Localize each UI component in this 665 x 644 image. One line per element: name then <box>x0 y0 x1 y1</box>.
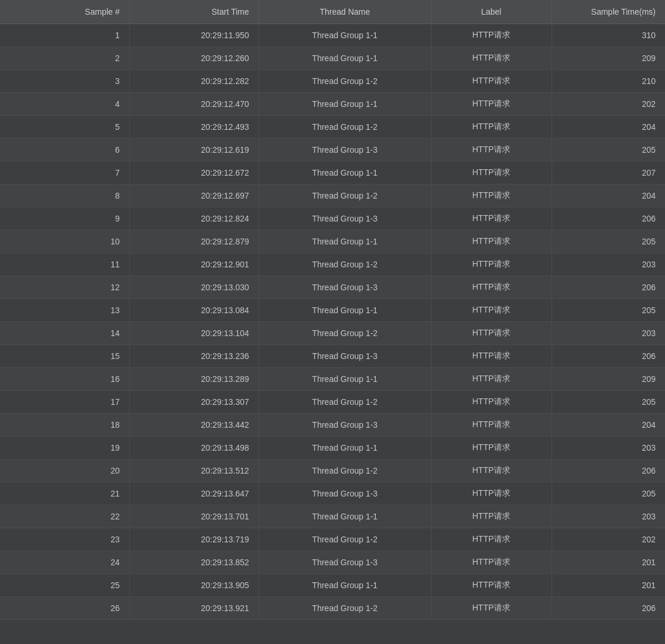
cell-thread-name: Thread Group 1-2 <box>259 459 431 482</box>
cell-thread-name: Thread Group 1-1 <box>259 574 431 597</box>
cell-sample: 25 <box>0 574 129 597</box>
cell-thread-name: Thread Group 1-2 <box>259 391 431 414</box>
cell-thread-name: Thread Group 1-1 <box>259 162 431 185</box>
cell-thread-name: Thread Group 1-2 <box>259 528 431 551</box>
cell-sample-time: 201 <box>552 574 665 597</box>
cell-thread-name: Thread Group 1-1 <box>259 93 431 116</box>
table-row: 720:29:12.672Thread Group 1-1HTTP请求207 <box>0 162 665 185</box>
table-row: 120:29:11.950Thread Group 1-1HTTP请求310 <box>0 24 665 47</box>
cell-start-time: 20:29:12.282 <box>129 70 259 93</box>
cell-start-time: 20:29:12.260 <box>129 47 259 70</box>
cell-start-time: 20:29:13.030 <box>129 276 259 299</box>
cell-thread-name: Thread Group 1-2 <box>259 116 431 139</box>
cell-sample: 12 <box>0 276 129 299</box>
cell-sample-time: 205 <box>552 391 665 414</box>
cell-thread-name: Thread Group 1-2 <box>259 322 431 345</box>
cell-sample: 21 <box>0 482 129 505</box>
table-row: 2620:29:13.921Thread Group 1-2HTTP请求206 <box>0 597 665 620</box>
cell-sample-time: 205 <box>552 230 665 253</box>
table-row: 420:29:12.470Thread Group 1-1HTTP请求202 <box>0 93 665 116</box>
table-row: 1020:29:12.879Thread Group 1-1HTTP请求205 <box>0 230 665 253</box>
cell-thread-name: Thread Group 1-2 <box>259 185 431 207</box>
cell-start-time: 20:29:13.104 <box>129 322 259 345</box>
cell-start-time: 20:29:13.905 <box>129 574 259 597</box>
table-row: 2120:29:13.647Thread Group 1-3HTTP请求205 <box>0 482 665 505</box>
cell-start-time: 20:29:12.901 <box>129 253 259 276</box>
header-sample-time[interactable]: Sample Time(ms) <box>552 0 665 24</box>
cell-label: HTTP请求 <box>431 597 552 620</box>
cell-start-time: 20:29:13.084 <box>129 299 259 322</box>
table-row: 920:29:12.824Thread Group 1-3HTTP请求206 <box>0 207 665 230</box>
cell-start-time: 20:29:13.719 <box>129 528 259 551</box>
table-row: 1820:29:13.442Thread Group 1-3HTTP请求204 <box>0 414 665 437</box>
cell-sample: 20 <box>0 459 129 482</box>
cell-thread-name: Thread Group 1-3 <box>259 207 431 230</box>
cell-sample: 9 <box>0 207 129 230</box>
cell-sample: 2 <box>0 47 129 70</box>
table-row: 220:29:12.260Thread Group 1-1HTTP请求209 <box>0 47 665 70</box>
cell-sample: 22 <box>0 505 129 528</box>
table-row: 2220:29:13.701Thread Group 1-1HTTP请求203 <box>0 505 665 528</box>
cell-sample: 6 <box>0 139 129 162</box>
cell-sample: 8 <box>0 185 129 207</box>
cell-sample-time: 207 <box>552 162 665 185</box>
cell-label: HTTP请求 <box>431 162 552 185</box>
table-row: 1120:29:12.901Thread Group 1-2HTTP请求203 <box>0 253 665 276</box>
header-start-time[interactable]: Start Time <box>129 0 259 24</box>
table-row: 2420:29:13.852Thread Group 1-3HTTP请求201 <box>0 551 665 574</box>
cell-thread-name: Thread Group 1-2 <box>259 70 431 93</box>
cell-start-time: 20:29:12.470 <box>129 93 259 116</box>
cell-label: HTTP请求 <box>431 459 552 482</box>
cell-label: HTTP请求 <box>431 551 552 574</box>
cell-thread-name: Thread Group 1-1 <box>259 299 431 322</box>
cell-sample: 7 <box>0 162 129 185</box>
cell-thread-name: Thread Group 1-1 <box>259 505 431 528</box>
table-row: 320:29:12.282Thread Group 1-2HTTP请求210 <box>0 70 665 93</box>
cell-sample-time: 203 <box>552 437 665 459</box>
cell-thread-name: Thread Group 1-3 <box>259 414 431 437</box>
cell-start-time: 20:29:12.879 <box>129 230 259 253</box>
cell-start-time: 20:29:13.701 <box>129 505 259 528</box>
cell-start-time: 20:29:12.672 <box>129 162 259 185</box>
cell-sample: 1 <box>0 24 129 47</box>
cell-sample: 13 <box>0 299 129 322</box>
cell-sample-time: 203 <box>552 253 665 276</box>
cell-label: HTTP请求 <box>431 70 552 93</box>
cell-label: HTTP请求 <box>431 253 552 276</box>
cell-label: HTTP请求 <box>431 391 552 414</box>
cell-thread-name: Thread Group 1-3 <box>259 276 431 299</box>
cell-label: HTTP请求 <box>431 345 552 368</box>
table-row: 1720:29:13.307Thread Group 1-2HTTP请求205 <box>0 391 665 414</box>
cell-label: HTTP请求 <box>431 139 552 162</box>
cell-thread-name: Thread Group 1-1 <box>259 437 431 459</box>
table-header-row: Sample # Start Time Thread Name Label Sa… <box>0 0 665 24</box>
table-row: 2020:29:13.512Thread Group 1-2HTTP请求206 <box>0 459 665 482</box>
cell-label: HTTP请求 <box>431 482 552 505</box>
cell-sample-time: 202 <box>552 93 665 116</box>
cell-sample-time: 206 <box>552 207 665 230</box>
cell-sample-time: 203 <box>552 505 665 528</box>
cell-sample: 17 <box>0 391 129 414</box>
cell-sample: 14 <box>0 322 129 345</box>
header-thread-name[interactable]: Thread Name <box>259 0 431 24</box>
cell-label: HTTP请求 <box>431 322 552 345</box>
cell-sample-time: 206 <box>552 459 665 482</box>
cell-label: HTTP请求 <box>431 414 552 437</box>
cell-label: HTTP请求 <box>431 24 552 47</box>
cell-sample: 10 <box>0 230 129 253</box>
header-label[interactable]: Label <box>431 0 552 24</box>
cell-sample: 5 <box>0 116 129 139</box>
cell-label: HTTP请求 <box>431 437 552 459</box>
cell-sample-time: 204 <box>552 414 665 437</box>
header-sample[interactable]: Sample # <box>0 0 129 24</box>
cell-start-time: 20:29:13.442 <box>129 414 259 437</box>
cell-thread-name: Thread Group 1-2 <box>259 253 431 276</box>
table-row: 1920:29:13.498Thread Group 1-1HTTP请求203 <box>0 437 665 459</box>
cell-sample-time: 205 <box>552 299 665 322</box>
cell-thread-name: Thread Group 1-3 <box>259 345 431 368</box>
cell-sample-time: 202 <box>552 528 665 551</box>
cell-sample-time: 203 <box>552 322 665 345</box>
cell-sample: 18 <box>0 414 129 437</box>
cell-sample-time: 204 <box>552 185 665 207</box>
table-row: 520:29:12.493Thread Group 1-2HTTP请求204 <box>0 116 665 139</box>
